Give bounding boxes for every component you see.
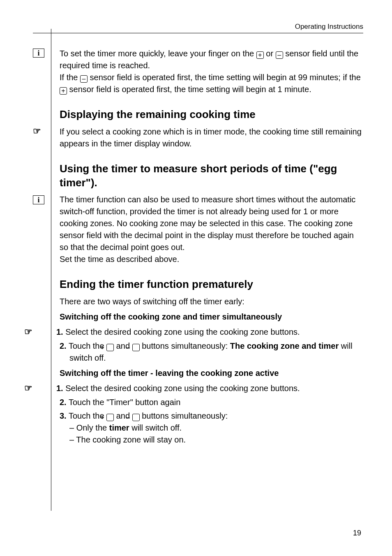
text: buttons simultaneously: bbox=[140, 341, 230, 350]
text: buttons simultaneously: bbox=[140, 411, 228, 420]
plus-icon: + bbox=[60, 87, 67, 95]
text: If the bbox=[60, 73, 80, 82]
tip-paragraph: To set the timer more quickly, leave you… bbox=[60, 48, 363, 95]
minus-icon: – bbox=[132, 414, 140, 421]
page-number: 19 bbox=[353, 529, 361, 537]
text: or bbox=[264, 49, 276, 58]
bold-text: timer bbox=[109, 423, 129, 432]
hand-icon: ☞ bbox=[34, 325, 56, 338]
sub-bullet: – Only the timer will switch off. bbox=[69, 422, 363, 434]
plus-icon: + bbox=[256, 51, 264, 59]
text: will switch off. bbox=[129, 423, 182, 432]
text: sensor field is operated first, the time… bbox=[88, 73, 361, 82]
minus-icon: – bbox=[80, 75, 88, 83]
minus-icon: – bbox=[276, 51, 283, 59]
heading-egg-timer: Using the timer to measure short periods… bbox=[60, 162, 363, 190]
text: Set the time as described above. bbox=[60, 255, 179, 264]
step-num: 3. bbox=[60, 411, 67, 420]
list-item: 2. Touch the + and – buttons simultaneou… bbox=[60, 340, 363, 364]
header-title: Operating Instructions bbox=[295, 23, 363, 30]
step-num: 1. bbox=[56, 327, 63, 336]
plus-icon: + bbox=[106, 344, 114, 351]
body-text: The timer function can also be used to m… bbox=[60, 194, 363, 265]
plus-icon: + bbox=[106, 414, 114, 421]
minus-icon: – bbox=[132, 344, 140, 351]
bold-text: The cooking zone and timer bbox=[230, 341, 339, 350]
list-item: 2. Touch the "Timer" button again bbox=[60, 396, 363, 408]
body-text: There are two ways of switching off the … bbox=[60, 296, 363, 446]
text: Touch the "Timer" button again bbox=[67, 398, 181, 407]
text: Select the desired cooking zone using th… bbox=[63, 327, 300, 336]
running-header: Operating Instructions bbox=[33, 23, 363, 33]
text: sensor field is operated first, the time… bbox=[67, 85, 311, 94]
body-text: If you select a cooking zone which is in… bbox=[60, 126, 363, 150]
subheading: Switching off the timer - leaving the co… bbox=[60, 367, 363, 379]
info-icon: i bbox=[33, 195, 44, 204]
margin-rule bbox=[51, 29, 51, 511]
step-num: 2. bbox=[60, 341, 67, 350]
step-list: ☞1. Select the desired cooking zone usin… bbox=[60, 382, 363, 446]
sub-bullet: – The cooking zone will stay on. bbox=[69, 434, 363, 446]
hand-icon: ☞ bbox=[33, 127, 41, 136]
hand-icon: ☞ bbox=[34, 382, 56, 395]
info-icon: i bbox=[33, 49, 44, 58]
step-list: ☞1. Select the desired cooking zone usin… bbox=[60, 325, 363, 364]
subheading: Switching off the cooking zone and timer… bbox=[60, 311, 363, 323]
list-item: ☞1. Select the desired cooking zone usin… bbox=[60, 382, 363, 395]
step-num: 1. bbox=[56, 384, 63, 393]
text: – Only the bbox=[69, 423, 109, 432]
text: The timer function can also be used to m… bbox=[60, 195, 355, 252]
intro: There are two ways of switching off the … bbox=[60, 296, 363, 308]
list-item: ☞1. Select the desired cooking zone usin… bbox=[60, 325, 363, 338]
heading-remaining-time: Displaying the remaining cooking time bbox=[60, 108, 363, 122]
heading-ending-timer: Ending the timer function prematurely bbox=[60, 278, 363, 292]
text: To set the timer more quickly, leave you… bbox=[60, 49, 256, 58]
list-item: 3. Touch the + and – buttons simultaneou… bbox=[60, 410, 363, 446]
text: Select the desired cooking zone using th… bbox=[63, 384, 300, 393]
step-num: 2. bbox=[60, 398, 67, 407]
